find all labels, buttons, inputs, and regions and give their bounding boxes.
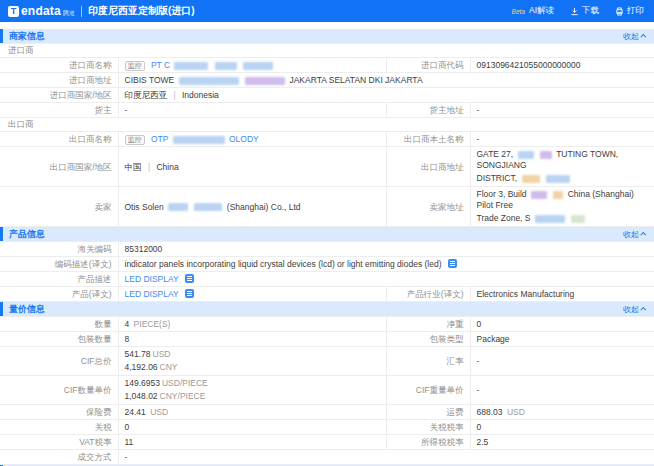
- ai-analyze-button[interactable]: Beta AI解读: [512, 5, 554, 17]
- monitor-tag: 监控: [125, 61, 145, 71]
- exporter-name-value: 监控 OTP OLODY: [118, 132, 386, 147]
- redacted-block: [553, 191, 563, 199]
- trade-detail-page: T endata 腾道 印度尼西亚定制版(进口) Beta AI解读 下载: [0, 0, 654, 466]
- translate-icon[interactable]: [448, 259, 457, 268]
- product-desc-value: LED DISPLAY: [118, 272, 654, 287]
- importer-subtitle: 进口商: [0, 44, 654, 58]
- download-button[interactable]: 下载: [570, 5, 599, 17]
- code-desc-label: 编码描述(译文): [0, 257, 118, 272]
- insurance-value: 24.41 USD: [118, 405, 386, 420]
- quantity-price-table: 数量 4 PIECE(S) 净重 0 包装数量 8 包装类型 Package C…: [0, 316, 654, 465]
- section-title: 产品信息: [9, 228, 45, 241]
- exporter-addr-part: DISTRICT,: [477, 173, 518, 183]
- freight-label: 运费: [386, 405, 470, 420]
- product-label: 产品(译文): [0, 287, 118, 302]
- net-weight-value: 0: [470, 317, 654, 332]
- exporter-name-link[interactable]: OLODY: [229, 134, 259, 144]
- download-label: 下载: [582, 5, 599, 17]
- table-row: 进口商地址 CIBIS TOWE JAKARTA SELATAN DKI JAK…: [0, 73, 654, 88]
- table-row: 货主 - 货主地址 -: [0, 103, 654, 118]
- income-tax-rate-label: 所得税税率: [386, 435, 470, 450]
- net-weight-label: 净重: [386, 317, 470, 332]
- table-row: 卖家 Otis Solen (Shanghai) Co., Ltd 卖家地址 F…: [0, 187, 654, 227]
- cif-cny-number: 4,192.06: [125, 362, 158, 372]
- collapse-label: 收起: [623, 304, 639, 315]
- redacted-block: [546, 175, 570, 183]
- redacted-block: [179, 77, 239, 85]
- cif-unit-usd-currency: USD/PIECE: [162, 378, 208, 388]
- importer-name-label: 进口商名称: [0, 58, 118, 73]
- exporter-local-value: -: [470, 132, 654, 147]
- table-row: 数量 4 PIECE(S) 净重 0: [0, 317, 654, 332]
- hs-code-label: 海关编码: [0, 242, 118, 257]
- quantity-number: 4: [125, 319, 130, 329]
- importer-country-cn: 印度尼西亚: [125, 90, 168, 100]
- code-desc-text: indicator panels incorporating liquid cr…: [125, 259, 442, 269]
- beta-badge: Beta: [512, 8, 525, 15]
- exporter-addr-label: 出口商地址: [386, 147, 470, 187]
- quantity-label: 数量: [0, 317, 118, 332]
- vat-rate-label: VAT税率: [0, 435, 118, 450]
- collapse-product-button[interactable]: 收起: [623, 229, 646, 240]
- tendata-logo-icon: T: [8, 6, 19, 17]
- product-desc-text[interactable]: LED DISPLAY: [125, 274, 179, 284]
- product-text[interactable]: LED DISPLAY: [125, 289, 179, 299]
- package-type-label: 包装类型: [386, 332, 470, 347]
- income-tax-rate-value: 2.5: [470, 435, 654, 450]
- importer-addr-prefix: CIBIS TOWE: [125, 75, 175, 85]
- seller-addr-part: Floor 3, Build: [477, 189, 527, 199]
- redacted-block: [540, 151, 552, 159]
- download-icon: [570, 7, 579, 16]
- table-row: 进口商: [0, 44, 654, 58]
- product-value: LED DISPLAY: [118, 287, 386, 302]
- table-row: 出口商: [0, 118, 654, 132]
- table-row: 产品(译文) LED DISPLAY 产品行业(译文) Electronics …: [0, 287, 654, 302]
- print-button[interactable]: 打印: [615, 5, 644, 17]
- cif-weight-price-value: -: [470, 376, 654, 405]
- cif-unit-price-value: 149.6953USD/PIECE 1,048.02CNY/PIECE: [118, 376, 386, 405]
- vat-rate-value: 11: [118, 435, 386, 450]
- redacted-block: [518, 151, 534, 159]
- duty-value: 0: [118, 420, 386, 435]
- table-row: CIF数量单价 149.6953USD/PIECE 1,048.02CNY/PI…: [0, 376, 654, 405]
- insurance-label: 保险费: [0, 405, 118, 420]
- cif-total-value: 541.78USD 4,192.06CNY: [118, 347, 386, 376]
- quantity-value: 4 PIECE(S): [118, 317, 386, 332]
- redacted-block: [173, 136, 225, 144]
- redacted-block: [571, 215, 585, 223]
- table-row: 进口商国家/地区 印度尼西亚 | Indonesia: [0, 88, 654, 103]
- redacted-block: [245, 77, 285, 85]
- value-separator: |: [173, 90, 175, 100]
- code-desc-value: indicator panels incorporating liquid cr…: [118, 257, 654, 272]
- seller-value: Otis Solen (Shanghai) Co., Ltd: [118, 187, 386, 227]
- insurance-currency: USD: [150, 407, 168, 417]
- translate-icon[interactable]: [185, 289, 194, 298]
- collapse-label: 收起: [623, 31, 639, 42]
- cif-unit-usd-number: 149.6953: [125, 378, 160, 388]
- freight-currency: USD: [507, 407, 525, 417]
- owner-value: -: [118, 103, 386, 118]
- exporter-country-en: China: [156, 162, 178, 172]
- product-desc-label: 产品描述: [0, 272, 118, 287]
- owner-label: 货主: [0, 103, 118, 118]
- insurance-number: 24.41: [125, 407, 146, 417]
- chevron-up-icon: [640, 307, 646, 313]
- cif-usd-currency: USD: [153, 349, 171, 359]
- seller-label: 卖家: [0, 187, 118, 227]
- redacted-block: [194, 203, 222, 211]
- print-icon: [615, 7, 624, 16]
- redacted-block: [535, 215, 565, 223]
- importer-addr-suffix: JAKARTA SELATAN DKI JAKARTA: [289, 75, 422, 85]
- duty-rate-value: 0: [470, 420, 654, 435]
- redacted-block: [168, 203, 188, 211]
- importer-country-en: Indonesia: [182, 90, 219, 100]
- importer-name-link[interactable]: PT C: [151, 60, 170, 70]
- quantity-unit: PIECE(S): [134, 319, 171, 329]
- table-row: VAT税率 11 所得税税率 2.5: [0, 435, 654, 450]
- exporter-name-link[interactable]: OTP: [151, 134, 168, 144]
- collapse-merchant-button[interactable]: 收起: [623, 31, 646, 42]
- collapse-qp-button[interactable]: 收起: [623, 304, 646, 315]
- seller-addr-part: Trade Zone, S: [477, 213, 531, 223]
- exporter-subtitle: 出口商: [0, 118, 654, 132]
- translate-icon[interactable]: [185, 274, 194, 283]
